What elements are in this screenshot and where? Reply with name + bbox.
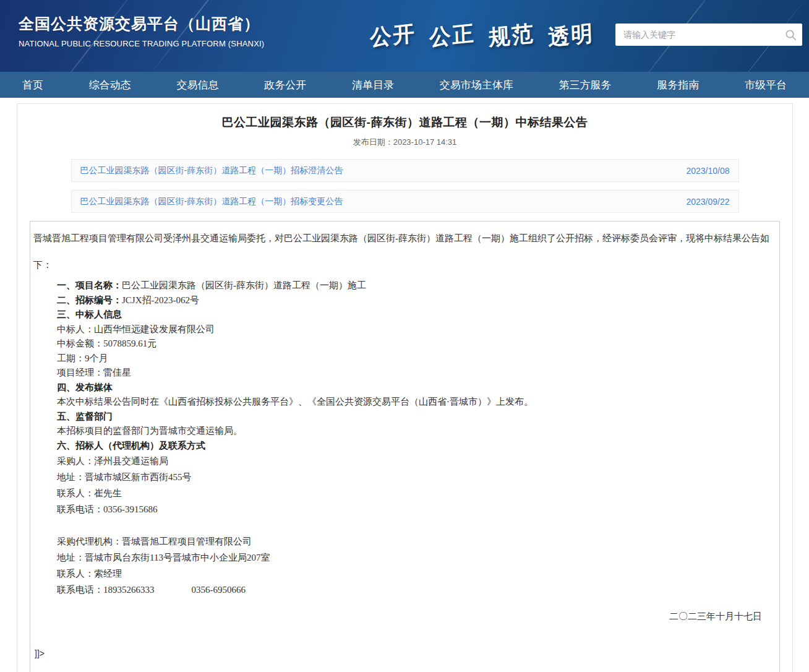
article-line: 中标人：山西华恒远建设发展有限公司 (33, 322, 774, 337)
section-text: 联系人：崔先生 (57, 488, 122, 498)
section-text: 巴公工业园渠东路（园区街-薛东街）道路工程（一期）施工 (122, 280, 366, 290)
announcement-body: 晋城晋旭工程项目管理有限公司受泽州县交通运输局委托，对巴公工业园渠东路（园区街-… (30, 221, 780, 672)
article-line: 一、项目名称：巴公工业园渠东路（园区街-薛东街）道路工程（一期）施工 (33, 278, 774, 293)
section-heading: 四、发布媒体 (57, 382, 113, 392)
section-text: JCJX招-2023-062号 (122, 295, 199, 305)
nav-item-list-catalog[interactable]: 清单目录 (352, 78, 394, 92)
article-line: 地址：晋城市凤台东街113号晋城市中小企业局207室 (33, 549, 774, 566)
search-input[interactable] (615, 24, 779, 46)
section-text: 本招标项目的监督部门为晋城市交通运输局。 (57, 426, 242, 436)
publish-date-value: 2023-10-17 14:31 (393, 137, 457, 147)
search-box (615, 24, 802, 46)
article-line: 三、中标人信息 (33, 308, 774, 322)
section-heading: 三、中标人信息 (57, 309, 122, 319)
section-text: 工期：9个月 (57, 353, 108, 363)
related-link-title: 巴公工业园渠东路（园区街-薛东街）道路工程（一期）招标变更公告 (80, 196, 343, 207)
nav-item-third-party-services[interactable]: 第三方服务 (559, 78, 612, 92)
article-line: 工期：9个月 (33, 351, 774, 366)
section-text: 本次中标结果公告同时在《山西省招标投标公共服务平台》、《全国公共资源交易平台（山… (57, 397, 533, 407)
section-heading: 五、监督部门 (57, 411, 113, 421)
signature-date: 二〇二三年十月十七日 (33, 611, 774, 622)
section-text: 联系人：索经理 (57, 569, 122, 579)
article-line: 采购人：泽州县交通运输局 (33, 453, 774, 469)
slogan-word: 规范 (488, 19, 534, 53)
publish-date-line: 发布日期：2023-10-17 14:31 (17, 137, 792, 148)
nav-item-service-guide[interactable]: 服务指南 (657, 78, 699, 92)
nav-item-gov-disclosure[interactable]: 政务公开 (264, 78, 306, 92)
section-text: 地址：晋城市凤台东街113号晋城市中小企业局207室 (57, 553, 270, 562)
trailing-cdata-text: ]]> (33, 648, 774, 658)
related-link-title: 巴公工业园渠东路（园区街-薛东街）道路工程（一期）招标澄清公告 (80, 165, 343, 176)
article-line: 联系人：索经理 (33, 566, 774, 582)
slogan-word: 透明 (547, 19, 594, 53)
nav-item-city-platform[interactable]: 市级平台 (745, 78, 787, 92)
intro-paragraph: 晋城晋旭工程项目管理有限公司受泽州县交通运输局委托，对巴公工业园渠东路（园区街-… (33, 225, 774, 278)
section-heading: 一、项目名称： (57, 280, 122, 290)
publish-date-label: 发布日期： (353, 137, 393, 147)
article-line: 采购代理机构：晋城晋旭工程项目管理有限公司 (33, 533, 774, 549)
related-link-date: 2023/09/22 (686, 197, 729, 207)
site-header: 全国公共资源交易平台（山西省） NATIONAL PUBLIC RESOURCE… (0, 0, 809, 72)
nav-item-news[interactable]: 综合动态 (89, 78, 131, 92)
article-line: 中标金额：5078859.61元 (33, 337, 774, 351)
section-text: 采购代理机构：晋城晋旭工程项目管理有限公司 (57, 536, 252, 546)
related-announcements: 巴公工业园渠东路（园区街-薛东街）道路工程（一期）招标澄清公告 2023/10/… (71, 159, 739, 213)
article-line: 六、招标人（代理机构）及联系方式 (33, 439, 774, 454)
article-line: 五、监督部门 (33, 410, 774, 424)
slogan-banner: 公开 公正 规范 透明 (370, 21, 594, 50)
site-title: 全国公共资源交易平台（山西省） (19, 14, 264, 34)
article-line: 项目经理：雷佳星 (33, 366, 774, 381)
main-nav: 首页 综合动态 交易信息 政务公开 清单目录 交易市场主体库 第三方服务 服务指… (0, 72, 809, 98)
related-link-clarification[interactable]: 巴公工业园渠东路（园区街-薛东街）道路工程（一期）招标澄清公告 2023/10/… (71, 159, 739, 182)
slogan-word: 公正 (429, 19, 475, 53)
article-line: 二、招标编号：JCJX招-2023-062号 (33, 293, 774, 308)
section-text: 地址：晋城市城区新市西街455号 (57, 472, 192, 482)
section-text: 联系电话：0356-3915686 (57, 504, 158, 514)
related-link-change[interactable]: 巴公工业园渠东路（园区街-薛东街）道路工程（一期）招标变更公告 2023/09/… (71, 190, 739, 213)
article-line: 联系电话：0356-3915686 (33, 501, 774, 517)
nav-item-home[interactable]: 首页 (22, 78, 43, 92)
section-text: 采购人：泽州县交通运输局 (57, 456, 168, 466)
page-title: 巴公工业园渠东路（园区街-薛东街）道路工程（一期）中标结果公告 (17, 104, 792, 131)
nav-item-trade-info[interactable]: 交易信息 (177, 78, 219, 92)
article-line: 联系人：崔先生 (33, 485, 774, 501)
article-line: 联系电话：18935266333 0356-6950666 (33, 582, 774, 598)
section-heading: 二、招标编号： (57, 295, 122, 305)
article-line: 地址：晋城市城区新市西街455号 (33, 469, 774, 485)
section-heading: 六、招标人（代理机构）及联系方式 (57, 441, 205, 450)
section-text: 联系电话：18935266333 0356-6950666 (57, 585, 246, 595)
search-icon[interactable] (779, 24, 802, 46)
content-wrapper: 巴公工业园渠东路（园区街-薛东街）道路工程（一期）中标结果公告 发布日期：202… (17, 103, 793, 672)
slogan-word: 公开 (369, 19, 416, 53)
section-text: 中标金额：5078859.61元 (57, 338, 156, 348)
site-brand: 全国公共资源交易平台（山西省） NATIONAL PUBLIC RESOURCE… (19, 14, 264, 48)
site-subtitle: NATIONAL PUBLIC RESOURCE TRADING PLATFOR… (19, 39, 264, 48)
section-text: 中标人：山西华恒远建设发展有限公司 (57, 324, 215, 334)
article-line: 本招标项目的监督部门为晋城市交通运输局。 (33, 424, 774, 439)
article-line: 四、发布媒体 (33, 381, 774, 395)
article-line: 本次中标结果公告同时在《山西省招标投标公共服务平台》、《全国公共资源交易平台（山… (33, 395, 774, 410)
section-text: 项目经理：雷佳星 (57, 368, 131, 377)
nav-item-market-entities[interactable]: 交易市场主体库 (440, 78, 513, 92)
related-link-date: 2023/10/08 (686, 166, 729, 176)
